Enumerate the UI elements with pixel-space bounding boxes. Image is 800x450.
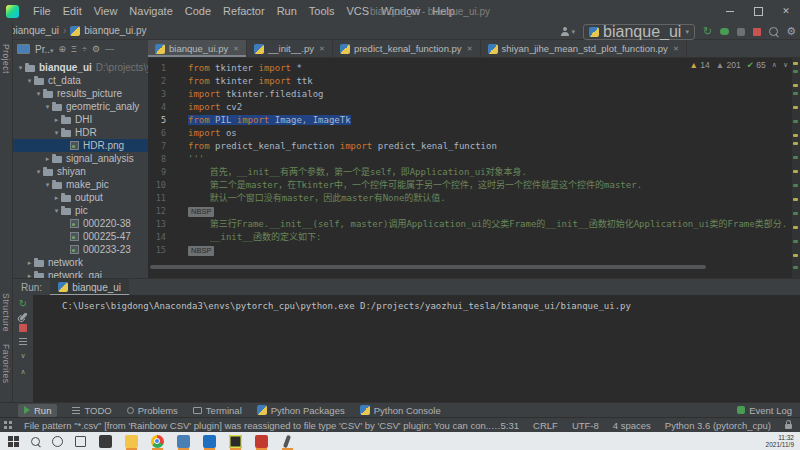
menu-window[interactable]: Window bbox=[375, 5, 426, 17]
menu-run[interactable]: Run bbox=[271, 5, 303, 17]
chevron-right-icon[interactable]: ▸ bbox=[52, 194, 61, 202]
toolwindow-switcher-icon[interactable] bbox=[4, 421, 12, 429]
menu-tools[interactable]: Tools bbox=[303, 5, 341, 17]
code-line-2[interactable]: 2from tkinter import ttk bbox=[148, 75, 800, 88]
code-line-10[interactable]: 10 第二个是master，在Tkinter中，一个控件可能属于另一个控件，这时… bbox=[148, 179, 800, 192]
menu-help[interactable]: Help bbox=[426, 5, 461, 17]
code-line-13[interactable]: 13 第三行Frame.__init__(self, master)调用Appl… bbox=[148, 218, 800, 231]
tab-bianque-ui-py[interactable]: bianque_ui.py✕ bbox=[148, 40, 247, 57]
caret-position[interactable]: 5:31 bbox=[501, 420, 520, 431]
chevron-down-icon[interactable]: ▾ bbox=[16, 64, 25, 72]
toolwindow-run[interactable]: Run bbox=[18, 404, 57, 417]
menu-navigate[interactable]: Navigate bbox=[123, 5, 178, 17]
browser-button[interactable] bbox=[254, 432, 268, 450]
tree-item-results-picture[interactable]: ▾results_picture bbox=[13, 87, 148, 100]
chevron-down-icon[interactable]: ▾ bbox=[43, 181, 52, 189]
next-problem-icon[interactable]: ∨ bbox=[783, 61, 788, 69]
sidebar-tab-favorites[interactable]: Favorites bbox=[1, 344, 11, 383]
inspections-widget[interactable]: ▲ 14 ▲ 201 ✔ 65 ∧ ∨ bbox=[690, 60, 788, 70]
chevron-down-icon[interactable]: ▾ bbox=[43, 103, 52, 111]
toolwindow-python-packages[interactable]: Python Packages bbox=[257, 405, 345, 416]
prev-problem-icon[interactable]: ∧ bbox=[772, 61, 777, 69]
line-separator[interactable]: CRLF bbox=[533, 420, 558, 431]
run-icon[interactable]: ↻ bbox=[703, 26, 712, 37]
code-line-7[interactable]: 7from predict_kenal_function import pred… bbox=[148, 140, 800, 153]
menu-vcs[interactable]: VCS bbox=[341, 5, 376, 17]
close-icon[interactable]: ✕ bbox=[233, 45, 239, 53]
cortana-icon[interactable] bbox=[52, 436, 63, 447]
toolwindow-problems[interactable]: Problems bbox=[127, 405, 178, 416]
stop-icon[interactable] bbox=[19, 324, 27, 332]
chrome-button[interactable] bbox=[150, 432, 164, 450]
debug-icon[interactable] bbox=[720, 28, 729, 35]
console-list-icon[interactable] bbox=[19, 338, 27, 345]
code-line-12[interactable]: 12NBSP bbox=[148, 205, 800, 218]
status-message[interactable]: File pattern "*.csv" [from 'Rainbow CSV'… bbox=[24, 420, 501, 431]
tree-item-shiyan[interactable]: ▾shiyan bbox=[13, 165, 148, 178]
tree-item-dhi[interactable]: ▸DHI bbox=[13, 113, 148, 126]
tree-item-output[interactable]: ▸output bbox=[13, 191, 148, 204]
tree-item-hdr[interactable]: ▾HDR bbox=[13, 126, 148, 139]
tree-item-000225-47[interactable]: 000225-47 bbox=[13, 230, 148, 243]
outlook-button[interactable] bbox=[202, 432, 216, 450]
expand-settings-icon[interactable]: ÷ bbox=[82, 44, 87, 54]
chevron-down-icon[interactable]: ▾ bbox=[34, 90, 43, 98]
tree-item-000220-38[interactable]: 000220-38 bbox=[13, 217, 148, 230]
locate-file-icon[interactable]: ⊕ bbox=[59, 44, 67, 54]
tree-item-network-gai[interactable]: ▸network_gai bbox=[13, 269, 148, 278]
breadcrumb-file[interactable]: bianque_ui.py bbox=[84, 25, 146, 36]
menu-view[interactable]: View bbox=[88, 5, 124, 17]
lock-icon[interactable] bbox=[785, 424, 792, 429]
collapse-all-icon[interactable]: Ξ bbox=[71, 44, 77, 54]
chevron-down-icon[interactable]: ▾ bbox=[34, 168, 43, 176]
tab-predict-kenal-function-py[interactable]: predict_kenal_function.py✕ bbox=[333, 40, 481, 57]
settings-gear-icon[interactable]: ⚙ bbox=[786, 26, 796, 37]
tree-item-geometric-analy[interactable]: ▾geometric_analy bbox=[13, 100, 148, 113]
indent-style[interactable]: 4 spaces bbox=[613, 420, 651, 431]
run-tab[interactable]: bianque_ui bbox=[50, 279, 129, 296]
code-line-14[interactable]: 14 __init__函数的定义如下: bbox=[148, 231, 800, 244]
menu-code[interactable]: Code bbox=[179, 5, 217, 17]
code-line-11[interactable]: 11 默认一个窗口没有master，因此master有None的默认值. bbox=[148, 192, 800, 205]
tree-item-signal-analysis[interactable]: ▸signal_analysis bbox=[13, 152, 148, 165]
close-icon[interactable]: ✕ bbox=[319, 45, 325, 53]
start-button-icon[interactable] bbox=[8, 436, 19, 447]
toolwindow-todo[interactable]: TODO bbox=[72, 405, 111, 416]
stop-icon[interactable] bbox=[753, 28, 761, 36]
menu-edit[interactable]: Edit bbox=[57, 5, 88, 17]
code-line-4[interactable]: 4import cv2 bbox=[148, 101, 800, 114]
menu-file[interactable]: File bbox=[27, 5, 57, 17]
tree-item-000233-23[interactable]: 000233-23 bbox=[13, 243, 148, 256]
tree-item-bianque-ui[interactable]: ▾bianque_uiD:\projects\y bbox=[13, 61, 148, 74]
tree-item-pic[interactable]: ▾pic bbox=[13, 204, 148, 217]
wrench-settings-icon[interactable] bbox=[19, 312, 27, 320]
chevron-down-icon[interactable]: ▾ bbox=[25, 77, 34, 85]
menu-refactor[interactable]: Refactor bbox=[217, 5, 271, 17]
breadcrumb-project[interactable]: bianque_ui bbox=[10, 25, 59, 36]
user-menu-button[interactable]: ▾ bbox=[561, 27, 576, 36]
scroll-up-icon[interactable]: ∧ bbox=[20, 367, 25, 377]
calculator-button[interactable] bbox=[176, 432, 190, 450]
toolwindow-terminal[interactable]: Terminal bbox=[193, 405, 242, 416]
tab-shiyan-jihe-mean-std-plot-function-py[interactable]: shiyan_jihe_mean_std_plot_function.py✕ bbox=[481, 40, 687, 57]
close-button[interactable]: ✕ bbox=[772, 0, 800, 22]
sidebar-tab-project[interactable]: Project bbox=[1, 44, 11, 74]
maximize-button[interactable] bbox=[744, 0, 772, 22]
code-line-5[interactable]: 5from PIL import Image, ImageTk bbox=[148, 114, 800, 127]
chevron-right-icon[interactable]: ▸ bbox=[25, 259, 34, 267]
search-everywhere-icon[interactable] bbox=[769, 27, 778, 36]
sidebar-tab-structure[interactable]: Structure bbox=[1, 293, 11, 332]
scroll-down-icon[interactable]: ∨ bbox=[20, 351, 25, 361]
run-console[interactable]: C:\Users\bigdong\Anaconda3\envs\pytorch_… bbox=[33, 295, 800, 402]
code-line-6[interactable]: 6import os bbox=[148, 127, 800, 140]
rerun-icon[interactable]: ↻ bbox=[19, 299, 27, 309]
settings-gear-icon[interactable]: ⚙ bbox=[92, 44, 100, 54]
file-explorer-button[interactable] bbox=[124, 432, 138, 450]
tree-item-ct-data[interactable]: ▾ct_data bbox=[13, 74, 148, 87]
project-view-select[interactable]: Pr..▾ bbox=[35, 44, 54, 55]
close-icon[interactable]: ✕ bbox=[673, 45, 679, 53]
tab--init-py[interactable]: __init__.py✕ bbox=[247, 40, 333, 57]
tree-item-make-pic[interactable]: ▾make_pic bbox=[13, 178, 148, 191]
event-log-button[interactable]: Event Log bbox=[737, 405, 792, 416]
code-line-8[interactable]: 8''' bbox=[148, 153, 800, 166]
